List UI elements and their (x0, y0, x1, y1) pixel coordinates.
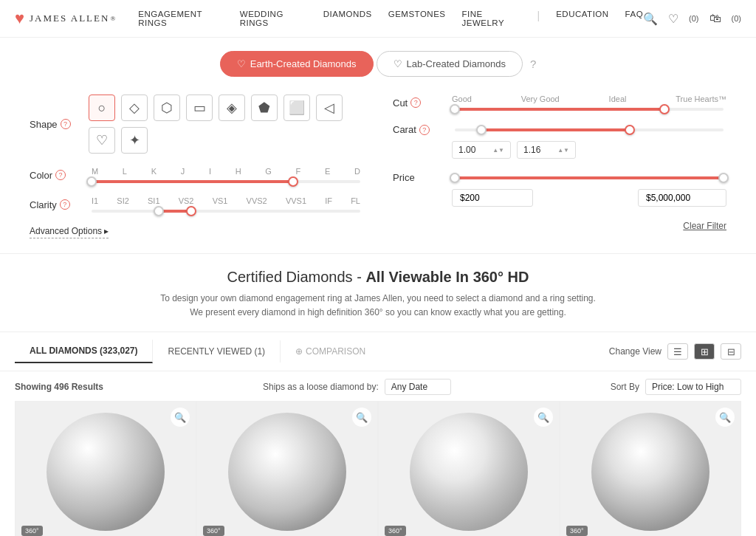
ships-row: Ships as a loose diamond by: Any Date (263, 379, 451, 395)
ships-select[interactable]: Any Date (385, 379, 451, 395)
nav-fine-jewelry[interactable]: Fine Jewelry (462, 10, 521, 27)
price-inputs (393, 189, 726, 207)
nav-right: 🔍 ♡ (0) 🛍 (0) (643, 12, 741, 26)
color-slider[interactable]: M L K J I H G F E D (89, 167, 363, 183)
diamond-image-2: 360° 🔍 (197, 402, 377, 536)
recently-viewed-tab[interactable]: RECENTLY VIEWED (1) (153, 340, 281, 363)
price-max-input[interactable] (638, 189, 726, 207)
compact-view-button[interactable]: ⊟ (721, 343, 741, 360)
shape-filter: Shape ? ○ ◇ ⬡ ▭ ◈ ⬟ ⬜ ◁ ♡ ✦ (30, 95, 363, 154)
zoom-icon-2[interactable]: 🔍 (352, 408, 371, 427)
tab-help-icon[interactable]: ? (530, 58, 536, 70)
shape-cushion[interactable]: ⬡ (154, 95, 180, 121)
showing-row: Showing 496 Results Ships as a loose dia… (0, 371, 756, 401)
carat-thumb-right[interactable] (625, 125, 635, 135)
advanced-options-button[interactable]: Advanced Options ▸ (30, 226, 109, 238)
nav-engagement-rings[interactable]: Engagement Rings (138, 10, 224, 27)
carat-help-icon[interactable]: ? (419, 125, 430, 135)
diamond-grid: 360° 🔍 1.00 Carat F VS2 Excellent Cut Ro… (0, 401, 756, 536)
lab-created-tab[interactable]: ♡ Lab-Created Diamonds (377, 51, 523, 77)
diamond-card-1[interactable]: 360° 🔍 1.00 Carat F VS2 Excellent Cut Ro… (15, 401, 196, 536)
comparison-tab[interactable]: ⊕ COMPARISON (281, 340, 380, 363)
sort-select[interactable]: Price: Low to High (645, 379, 741, 395)
zoom-icon-3[interactable]: 🔍 (534, 408, 553, 427)
diamond-badge-3: 360° (385, 526, 406, 536)
price-thumb-right[interactable] (718, 173, 729, 183)
hero-title: Certified Diamonds - All Viewable In 360… (30, 269, 726, 286)
logo-reg: ® (110, 15, 116, 22)
hero-subtitle: To design your own diamond engagement ri… (30, 292, 726, 320)
color-thumb-left[interactable] (86, 176, 97, 187)
zoom-icon-1[interactable]: 🔍 (171, 408, 190, 427)
nav-gemstones[interactable]: Gemstones (388, 10, 446, 27)
color-filter: Color ? M L K J I H G F E D (30, 167, 363, 183)
shape-marquise[interactable]: ✦ (121, 127, 148, 154)
nav-wedding-rings[interactable]: Wedding Rings (240, 10, 307, 27)
nav-diamonds[interactable]: Diamonds (323, 10, 372, 27)
carat-label: Carat ? (393, 124, 452, 135)
price-min-input[interactable] (452, 189, 533, 207)
carat-thumb-left[interactable] (476, 125, 487, 135)
diamond-card-3[interactable]: 360° 🔍 1.00 Carat F VS2 Excellent Cut Ro… (378, 401, 560, 536)
diamond-card-4[interactable]: 360° 🔍 1.05 Carat F VS2 Excellent Cut Ro… (560, 401, 741, 536)
wishlist-count: (0) (689, 14, 698, 23)
carat-max-input[interactable]: 1.16 ▲▼ (517, 141, 576, 159)
clarity-thumb-right[interactable] (186, 206, 196, 216)
diamond-image-1: 360° 🔍 (16, 402, 196, 536)
showing-results-text: Showing 496 Results (15, 382, 103, 392)
nav-divider: | (537, 10, 540, 27)
wishlist-icon[interactable]: ♡ (668, 12, 678, 26)
carat-inputs: 1.00 ▲▼ 1.16 ▲▼ (393, 141, 726, 159)
cut-thumb-right[interactable] (659, 104, 670, 114)
cut-thumb-left[interactable] (450, 104, 460, 114)
sort-row: Sort By Price: Low to High (611, 379, 741, 395)
diamond-badge-4: 360° (566, 526, 588, 536)
shape-radiant[interactable]: ⬟ (251, 95, 278, 121)
cart-icon[interactable]: 🛍 (709, 12, 721, 25)
shape-emerald[interactable]: ▭ (186, 95, 213, 121)
cart-count: (0) (732, 14, 741, 23)
shape-oval[interactable]: ⬜ (284, 95, 310, 121)
search-icon[interactable]: 🔍 (643, 12, 658, 26)
hero-section: Certified Diamonds - All Viewable In 360… (0, 253, 756, 331)
shape-heart[interactable]: ♡ (89, 127, 115, 154)
lab-icon: ♡ (394, 58, 402, 69)
shape-princess[interactable]: ◇ (121, 95, 148, 121)
shape-round[interactable]: ○ (89, 95, 115, 121)
cut-filter: Cut ? Good Very Good Ideal True Hearts™ (393, 95, 726, 111)
cut-slider[interactable]: Good Very Good Ideal True Hearts™ (452, 95, 726, 111)
advanced-row: Advanced Options ▸ (30, 226, 363, 238)
color-thumb-right[interactable] (288, 176, 298, 187)
carat-slider[interactable] (452, 128, 726, 131)
grid-view-button[interactable]: ⊞ (694, 343, 715, 360)
logo[interactable]: ♥ James Allen ® (15, 9, 116, 28)
clarity-help-icon[interactable]: ? (60, 199, 70, 210)
shape-help-icon[interactable]: ? (61, 119, 71, 129)
nav-faq[interactable]: FAQ (625, 10, 644, 27)
price-thumb-left[interactable] (450, 173, 460, 183)
results-bar: ALL DIAMONDS (323,027) RECENTLY VIEWED (… (0, 331, 756, 371)
shape-pear[interactable]: ◁ (316, 95, 343, 121)
diamond-badge-2: 360° (203, 526, 224, 536)
cut-help-icon[interactable]: ? (410, 97, 421, 108)
shape-asscher[interactable]: ◈ (219, 95, 245, 121)
price-label: Price (393, 172, 452, 183)
diamond-card-2[interactable]: 360° 🔍 1.02 Carat F VS2 Excellent Cut Ro… (196, 401, 378, 536)
nav-education[interactable]: Education (556, 10, 608, 27)
diamond-type-tabs: ♡ Earth-Created Diamonds ♡ Lab-Created D… (0, 38, 756, 87)
carat-min-input[interactable]: 1.00 ▲▼ (452, 141, 511, 159)
list-view-button[interactable]: ☰ (667, 343, 688, 360)
earth-created-tab[interactable]: ♡ Earth-Created Diamonds (220, 51, 374, 77)
logo-text: James Allen (30, 13, 109, 24)
diamond-badge-1: 360° (21, 526, 43, 536)
clarity-thumb-left[interactable] (154, 206, 164, 216)
all-diamonds-tab[interactable]: ALL DIAMONDS (323,027) (15, 340, 153, 363)
comparison-icon: ⊕ (295, 346, 303, 357)
price-slider[interactable] (452, 176, 726, 179)
carat-filter: Carat ? 1.00 ▲▼ (393, 124, 726, 159)
color-help-icon[interactable]: ? (55, 170, 66, 180)
zoom-icon-4[interactable]: 🔍 (715, 408, 735, 427)
clear-filter-button[interactable]: Clear Filter (683, 221, 726, 231)
clarity-slider[interactable]: I1 SI2 SI1 VS2 VS1 VVS2 VVS1 IF FL (89, 196, 363, 213)
filters-section: Shape ? ○ ◇ ⬡ ▭ ◈ ⬟ ⬜ ◁ ♡ ✦ (0, 87, 756, 253)
